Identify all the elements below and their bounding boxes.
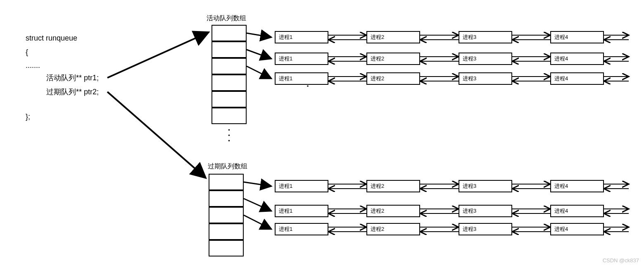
expired-process-box: 进程2 bbox=[366, 205, 420, 217]
svg-point-2 bbox=[228, 140, 230, 141]
active-process-box: 进程2 bbox=[366, 72, 420, 85]
svg-line-57 bbox=[244, 215, 271, 229]
svg-line-30 bbox=[247, 66, 271, 79]
expired-array-slot bbox=[209, 207, 244, 223]
svg-line-59 bbox=[107, 92, 206, 178]
svg-line-39 bbox=[244, 182, 271, 186]
active-array-slot bbox=[211, 91, 247, 108]
svg-line-58 bbox=[107, 32, 209, 78]
expired-process-box: 进程3 bbox=[459, 223, 512, 235]
svg-line-48 bbox=[244, 199, 271, 211]
active-process-box: 进程4 bbox=[550, 53, 604, 65]
expired-process-box: 进程1 bbox=[275, 223, 328, 235]
expired-process-box: 进程1 bbox=[275, 205, 328, 217]
expired-process-box: 进程2 bbox=[366, 180, 420, 192]
active-array-slot bbox=[211, 25, 247, 41]
svg-line-12 bbox=[247, 33, 271, 37]
expired-array-slot bbox=[209, 174, 244, 190]
expired-process-box: 进程3 bbox=[459, 180, 512, 192]
active-process-box: 进程3 bbox=[459, 31, 512, 43]
expired-process-box: 进程4 bbox=[550, 205, 604, 217]
expired-process-box: 进程4 bbox=[550, 180, 604, 192]
expired-process-box: 进程3 bbox=[459, 205, 512, 217]
active-array-slot bbox=[211, 74, 247, 91]
svg-point-1 bbox=[228, 134, 230, 136]
active-array-slot bbox=[211, 41, 247, 58]
active-process-box: 进程4 bbox=[550, 72, 604, 85]
expired-array-slot bbox=[209, 223, 244, 240]
active-process-box: 进程4 bbox=[550, 31, 604, 43]
svg-line-21 bbox=[247, 50, 271, 59]
active-process-box: 进程2 bbox=[366, 31, 420, 43]
svg-point-0 bbox=[228, 129, 230, 131]
active-array-slot bbox=[211, 58, 247, 74]
expired-array-slot bbox=[209, 190, 244, 207]
active-process-box: 进程3 bbox=[459, 72, 512, 85]
expired-array-slot bbox=[209, 240, 244, 256]
active-process-box: 进程1 bbox=[275, 31, 328, 43]
active-process-box: 进程2 bbox=[366, 53, 420, 65]
expired-process-box: 进程1 bbox=[275, 180, 328, 192]
svg-point-3 bbox=[307, 85, 309, 87]
active-process-box: 进程1 bbox=[275, 72, 328, 85]
active-process-box: 进程1 bbox=[275, 53, 328, 65]
expired-process-box: 进程4 bbox=[550, 223, 604, 235]
active-process-box: 进程3 bbox=[459, 53, 512, 65]
expired-process-box: 进程2 bbox=[366, 223, 420, 235]
active-array-slot bbox=[211, 108, 247, 124]
